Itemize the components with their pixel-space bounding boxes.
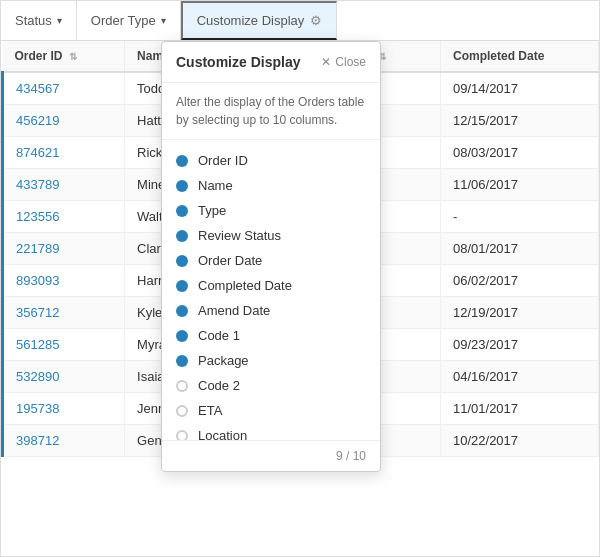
panel-item-label: Order ID — [198, 153, 248, 168]
panel-description: Alter the display of the Orders table by… — [162, 83, 380, 140]
completed-date-cell: 10/22/2017 — [441, 425, 599, 457]
panel-footer: 9 / 10 — [162, 440, 380, 471]
unselected-dot-icon — [176, 380, 188, 392]
panel-item[interactable]: Completed Date — [162, 273, 380, 298]
panel-item-label: Name — [198, 178, 233, 193]
completed-date-cell: 12/15/2017 — [441, 105, 599, 137]
filter-bar: Status ▾ Order Type ▾ Customize Display … — [1, 1, 599, 41]
panel-item[interactable]: Order Date — [162, 248, 380, 273]
gear-icon: ⚙ — [310, 13, 322, 28]
status-filter-button[interactable]: Status ▾ — [1, 1, 77, 40]
completed-date-cell: 09/23/2017 — [441, 329, 599, 361]
completed-date-cell: 12/19/2017 — [441, 297, 599, 329]
order-id-cell[interactable]: 398712 — [3, 425, 125, 457]
completed-date-cell: 09/14/2017 — [441, 72, 599, 105]
panel-item[interactable]: Code 2 — [162, 373, 380, 398]
panel-item-label: Type — [198, 203, 226, 218]
completed-date-cell: 11/01/2017 — [441, 393, 599, 425]
panel-item[interactable]: Review Status — [162, 223, 380, 248]
panel-item-label: Order Date — [198, 253, 262, 268]
sort-icon-order-id: ⇅ — [69, 51, 77, 62]
order-id-cell[interactable]: 433789 — [3, 169, 125, 201]
order-id-cell[interactable]: 532890 — [3, 361, 125, 393]
customize-display-label: Customize Display — [197, 13, 305, 28]
panel-item-label: Completed Date — [198, 278, 292, 293]
panel-item-label: Amend Date — [198, 303, 270, 318]
panel-item[interactable]: Code 1 — [162, 323, 380, 348]
selected-dot-icon — [176, 180, 188, 192]
main-container: Status ▾ Order Type ▾ Customize Display … — [0, 0, 600, 557]
panel-title: Customize Display — [176, 54, 300, 70]
completed-date-cell: 11/06/2017 — [441, 169, 599, 201]
selected-dot-icon — [176, 155, 188, 167]
selected-dot-icon — [176, 330, 188, 342]
panel-item[interactable]: Amend Date — [162, 298, 380, 323]
completed-date-cell: - — [441, 201, 599, 233]
order-id-cell[interactable]: 456219 — [3, 105, 125, 137]
panel-item-label: Package — [198, 353, 249, 368]
order-id-cell[interactable]: 123556 — [3, 201, 125, 233]
order-id-cell[interactable]: 221789 — [3, 233, 125, 265]
order-type-chevron-icon: ▾ — [161, 15, 166, 26]
col-header-order-id[interactable]: Order ID ⇅ — [3, 41, 125, 72]
completed-date-cell: 06/02/2017 — [441, 265, 599, 297]
unselected-dot-icon — [176, 430, 188, 441]
order-id-cell[interactable]: 195738 — [3, 393, 125, 425]
panel-items-list: Order IDNameTypeReview StatusOrder DateC… — [162, 140, 380, 440]
selected-dot-icon — [176, 280, 188, 292]
panel-item-label: Code 1 — [198, 328, 240, 343]
status-filter-label: Status — [15, 13, 52, 28]
customize-display-panel: Customize Display ✕ Close Alter the disp… — [161, 41, 381, 472]
panel-item[interactable]: Type — [162, 198, 380, 223]
panel-item-label: Location — [198, 428, 247, 440]
panel-item[interactable]: Order ID — [162, 148, 380, 173]
panel-item-label: Review Status — [198, 228, 281, 243]
order-type-filter-button[interactable]: Order Type ▾ — [77, 1, 181, 40]
order-id-cell[interactable]: 874621 — [3, 137, 125, 169]
selected-dot-icon — [176, 355, 188, 367]
panel-header: Customize Display ✕ Close — [162, 42, 380, 83]
selected-dot-icon — [176, 305, 188, 317]
panel-counter: 9 / 10 — [336, 449, 366, 463]
panel-item-label: ETA — [198, 403, 222, 418]
completed-date-cell: 08/01/2017 — [441, 233, 599, 265]
close-x-icon: ✕ — [321, 55, 331, 69]
panel-item[interactable]: Package — [162, 348, 380, 373]
panel-item[interactable]: Location — [162, 423, 380, 440]
selected-dot-icon — [176, 255, 188, 267]
status-chevron-icon: ▾ — [57, 15, 62, 26]
customize-display-button[interactable]: Customize Display ⚙ — [181, 1, 338, 40]
panel-close-button[interactable]: ✕ Close — [321, 55, 366, 69]
panel-item-label: Code 2 — [198, 378, 240, 393]
selected-dot-icon — [176, 205, 188, 217]
order-type-filter-label: Order Type — [91, 13, 156, 28]
completed-date-cell: 08/03/2017 — [441, 137, 599, 169]
panel-item[interactable]: Name — [162, 173, 380, 198]
order-id-cell[interactable]: 356712 — [3, 297, 125, 329]
order-id-cell[interactable]: 561285 — [3, 329, 125, 361]
order-id-cell[interactable]: 893093 — [3, 265, 125, 297]
unselected-dot-icon — [176, 405, 188, 417]
selected-dot-icon — [176, 230, 188, 242]
order-id-cell[interactable]: 434567 — [3, 72, 125, 105]
completed-date-cell: 04/16/2017 — [441, 361, 599, 393]
panel-item[interactable]: ETA — [162, 398, 380, 423]
col-header-completed-date[interactable]: Completed Date — [441, 41, 599, 72]
close-label: Close — [335, 55, 366, 69]
